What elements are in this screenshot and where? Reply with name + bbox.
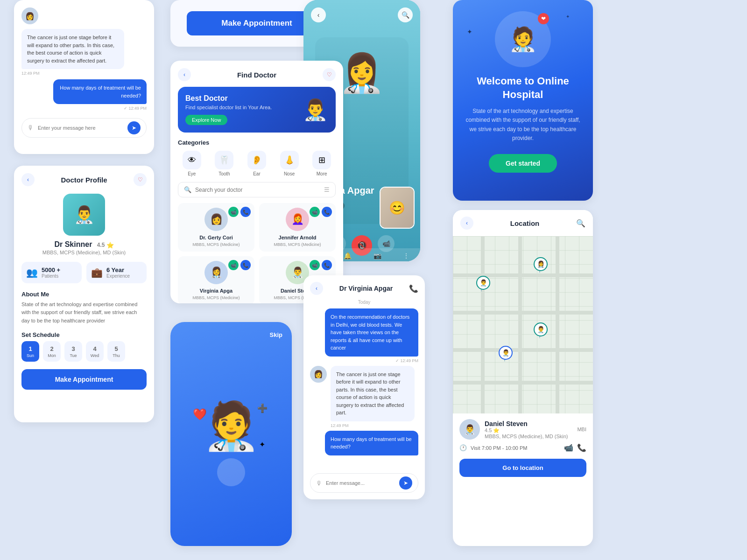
- day-tue[interactable]: 3 Tue: [64, 341, 82, 362]
- doctor-call-button-2[interactable]: 📞: [322, 207, 332, 217]
- profile-favorite-button[interactable]: ♡: [134, 173, 147, 186]
- loc-doctor-avatar: 👨‍⚕️: [459, 419, 480, 440]
- loc-doctor-name: Daniel Steven: [485, 420, 568, 427]
- chat-bubble-me-2: How many days of treatment will be neede…: [325, 431, 418, 455]
- stats-row: 👥 5000 + Patients 💼 6 Year Experience: [21, 262, 147, 283]
- doctor-video-button-4[interactable]: 📹: [310, 260, 320, 270]
- day-sun[interactable]: 1 Sun: [21, 341, 39, 362]
- welcome-description: State of the art technology and expertis…: [464, 107, 582, 143]
- banner-text: Best Doctor Find specialist doctor list …: [185, 94, 272, 125]
- about-title: About Me: [21, 291, 147, 298]
- category-more[interactable]: ⊞ More: [308, 151, 336, 176]
- video-back-button[interactable]: ‹: [311, 7, 326, 22]
- chat-doctor-card: ‹ Dr Virginia Apgar 📞 Today On the recom…: [303, 275, 425, 499]
- banner-doctor-icon: 👨‍⚕️: [303, 98, 328, 122]
- phone-call-icon[interactable]: 📞: [577, 443, 586, 452]
- doctor-card-jennifer[interactable]: 👩‍🦰 Jennifer Arnold MBBS, MCPS (Medicine…: [259, 203, 336, 252]
- send-button[interactable]: ➤: [127, 121, 141, 134]
- explore-now-button[interactable]: Explore Now: [185, 115, 227, 125]
- best-doctor-banner: Best Doctor Find specialist doctor list …: [178, 87, 336, 133]
- doctor-video-button-2[interactable]: 📹: [310, 207, 320, 217]
- video-nav: ‹ 🔍: [303, 7, 420, 22]
- doctor-avatar-chat: 👩: [310, 366, 327, 383]
- chat-time: 12:49 PM: [21, 71, 147, 76]
- doctor-degree: MBBS, MCPS (Medicine), MD (Skin): [21, 250, 147, 255]
- map-doctor-icon-3: 👨‍⚕️: [534, 322, 548, 336]
- make-appointment-button[interactable]: Make Appointment: [21, 369, 147, 390]
- doctor-call-button-4[interactable]: 📞: [322, 260, 332, 270]
- chat-message-row-1: On the recommendation of doctors in Delh…: [310, 308, 418, 363]
- vid-nav-btn-4[interactable]: ⋮: [403, 252, 409, 259]
- chat-back-button[interactable]: ‹: [310, 282, 323, 295]
- star-decor-icon: ✦: [259, 440, 265, 449]
- day-mon[interactable]: 2 Mon: [43, 341, 61, 362]
- onboarding-card: Skip 🧑‍⚕️ ❤️ ➕ ✦: [170, 322, 292, 546]
- day-thu[interactable]: 5 Thu: [107, 341, 125, 362]
- go-to-location-button[interactable]: Go to location: [459, 459, 586, 477]
- skip-button[interactable]: Skip: [270, 331, 282, 338]
- doctor-name: Dr Skinner 4.5 ⭐: [21, 240, 147, 250]
- heart-badge: ❤: [538, 13, 549, 24]
- find-doctor-card: ‹ Find Doctor ♡ Best Doctor Find special…: [170, 61, 343, 303]
- chat-bubble-me: How many days of treatment will be neede…: [53, 79, 147, 104]
- chat-doctor-nav: ‹ Dr Virginia Apgar 📞: [310, 282, 418, 295]
- doctor-call-button-3[interactable]: 📞: [240, 260, 251, 270]
- nose-icon: 👃: [280, 151, 299, 169]
- category-nose[interactable]: 👃 Nose: [275, 151, 303, 176]
- categories-row: 👁 Eye 🦷 Tooth 👂 Ear 👃 Nose ⊞ More: [178, 151, 336, 176]
- category-eye[interactable]: 👁 Eye: [178, 151, 206, 176]
- location-title: Location: [510, 219, 540, 227]
- day-wed[interactable]: 4 Wed: [86, 341, 104, 362]
- location-nav: ‹ Location 🔍: [453, 210, 593, 236]
- patients-stat: 👥 5000 + Patients: [21, 262, 82, 283]
- banner-heading: Best Doctor: [185, 94, 272, 103]
- doctor-card-gerty[interactable]: 👩 Dr. Gerty Cori MBBS, MCPS (Medicine) 📹…: [178, 203, 254, 252]
- chat-input-dr[interactable]: [326, 480, 395, 486]
- map-doctor-icon-2: 👩‍⚕️: [534, 257, 548, 271]
- chat-screen-card: 👩 The cancer is just one stage before it…: [14, 0, 154, 154]
- welcome-doctor-image: 🧑‍⚕️ ❤: [495, 11, 551, 67]
- map-doctor-icon-1: 👨‍⚕️: [476, 276, 490, 290]
- send-button-dr[interactable]: ➤: [399, 476, 412, 490]
- doctor-video-button[interactable]: 📹: [228, 207, 239, 217]
- schedule-title: Set Schedule: [21, 331, 147, 338]
- chat-input[interactable]: [38, 125, 124, 131]
- map-road-v1: [481, 236, 485, 413]
- doctor-card-virginia[interactable]: 👩‍⚕️ Virginia Apga MBBS, MCPS (Medicine)…: [178, 256, 254, 303]
- chat-input-bar-dr: 🎙 ➤: [310, 473, 418, 493]
- chat-message-row-3: How many days of treatment will be neede…: [310, 431, 418, 457]
- video-call-icon[interactable]: 📹: [564, 443, 573, 452]
- character-face: [217, 458, 245, 486]
- ear-icon: 👂: [247, 151, 266, 169]
- vid-nav-btn-2[interactable]: 🔔: [344, 252, 352, 259]
- profile-back-button[interactable]: ‹: [21, 173, 35, 186]
- doctor-call-button[interactable]: 📞: [240, 207, 251, 217]
- chat-bubble-me-1: On the recommendation of doctors in Delh…: [325, 308, 418, 357]
- filter-icon[interactable]: ☰: [324, 186, 330, 193]
- map-area: 📍 📍 📍 📍 👨‍⚕️ 👩‍⚕️ 👨‍⚕️ 👨‍⚕️: [453, 236, 593, 413]
- category-tooth[interactable]: 🦷 Tooth: [211, 151, 239, 176]
- find-favorite-button[interactable]: ♡: [323, 68, 336, 81]
- find-back-button[interactable]: ‹: [178, 68, 191, 81]
- schedule-row: 1 Sun 2 Mon 3 Tue 4 Wed 5 Thu: [21, 341, 147, 362]
- vid-nav-btn-3[interactable]: 📷: [374, 252, 381, 259]
- welcome-card: 🧑‍⚕️ ❤ ✦ ✦ Welcome to Online Hospital St…: [453, 0, 593, 201]
- phone-icon[interactable]: 📞: [409, 284, 418, 293]
- welcome-title: Welcome to Online Hospital: [464, 75, 582, 101]
- loc-visit-time: 🕐 Visit 7:00 PM - 10:00 PM 📹 📞: [459, 443, 586, 452]
- location-search-button[interactable]: 🔍: [576, 219, 585, 228]
- doctor-profile-card: ‹ Doctor Profile ♡ 👨‍⚕️ Dr Skinner 4.5 ⭐…: [14, 166, 154, 422]
- get-started-button[interactable]: Get started: [489, 154, 557, 173]
- category-ear[interactable]: 👂 Ear: [243, 151, 271, 176]
- doctor-actions-daniel: 📹 📞: [310, 260, 332, 270]
- doctor-search-input[interactable]: [195, 187, 320, 193]
- doctor-video-button-3[interactable]: 📹: [228, 260, 239, 270]
- location-back-button[interactable]: ‹: [460, 217, 473, 230]
- doctor-avatar-virginia: 👩‍⚕️: [204, 261, 228, 284]
- patients-icon: 👥: [26, 267, 38, 278]
- find-doctor-nav: ‹ Find Doctor ♡: [178, 68, 336, 81]
- chat-doctor-name: Dr Virginia Apgar: [339, 285, 393, 292]
- chat-header: 👩: [21, 7, 147, 24]
- location-card: ‹ Location 🔍 📍 📍 📍 📍 👨‍⚕️ 👩‍⚕️ 👨‍⚕️ 👨‍⚕️…: [453, 210, 593, 546]
- video-search-button[interactable]: 🔍: [398, 7, 413, 22]
